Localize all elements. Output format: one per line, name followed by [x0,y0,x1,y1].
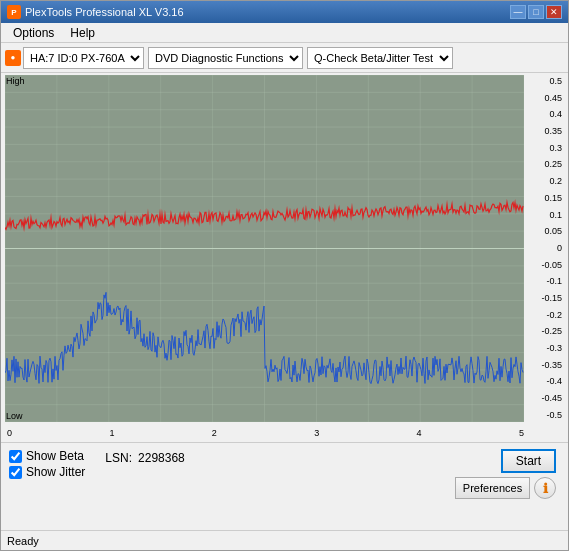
x-label: 4 [417,428,422,438]
main-chart [5,75,524,422]
right-buttons: Start Preferences ℹ [455,449,560,499]
y-label: -0.2 [528,311,562,320]
test-dropdown[interactable]: Q-Check Beta/Jitter Test [307,47,453,69]
status-text: Ready [7,535,39,547]
drive-icon: ● [5,50,21,66]
chart-low-label: Low [6,411,23,421]
toolbar: ● HA:7 ID:0 PX-760A DVD Diagnostic Funct… [1,43,568,73]
chart-high-label: High [6,76,25,86]
show-beta-checkbox[interactable] [9,450,22,463]
y-label: -0.4 [528,377,562,386]
close-button[interactable]: ✕ [546,5,562,19]
y-label: 0.2 [528,177,562,186]
show-jitter-row: Show Jitter [9,465,85,479]
lsn-section: LSN: 2298368 [105,451,184,465]
chart-container: High Low 0.50.450.40.350.30.250.20.150.1… [5,75,564,422]
preferences-button[interactable]: Preferences [455,477,530,499]
app-icon: P [7,5,21,19]
lsn-label: LSN: [105,451,132,465]
y-label: -0.25 [528,327,562,336]
y-label: 0.35 [528,127,562,136]
y-label: 0.4 [528,110,562,119]
status-bar: Ready [1,530,568,550]
main-window: P PlexTools Professional XL V3.16 — □ ✕ … [0,0,569,551]
info-button[interactable]: ℹ [534,477,556,499]
window-title: PlexTools Professional XL V3.16 [25,6,510,18]
x-axis: 012345 [7,428,524,438]
y-label: 0.05 [528,227,562,236]
drive-dropdown[interactable]: HA:7 ID:0 PX-760A [23,47,144,69]
y-label: -0.5 [528,411,562,420]
y-label: 0 [528,244,562,253]
y-label: -0.3 [528,344,562,353]
y-label: -0.15 [528,294,562,303]
x-label: 1 [109,428,114,438]
lsn-value: 2298368 [138,451,185,465]
y-axis: 0.50.450.40.350.30.250.20.150.10.050-0.0… [526,75,564,422]
y-label: -0.35 [528,361,562,370]
maximize-button[interactable]: □ [528,5,544,19]
y-label: 0.15 [528,194,562,203]
menu-bar: Options Help [1,23,568,43]
show-jitter-label: Show Jitter [26,465,85,479]
checkboxes: Show Beta Show Jitter [9,449,85,479]
bottom-panel: Show Beta Show Jitter LSN: 2298368 Start… [1,442,568,530]
y-label: -0.1 [528,277,562,286]
x-label: 5 [519,428,524,438]
show-beta-row: Show Beta [9,449,85,463]
y-label: 0.1 [528,211,562,220]
y-label: -0.45 [528,394,562,403]
title-bar: P PlexTools Professional XL V3.16 — □ ✕ [1,1,568,23]
x-label: 2 [212,428,217,438]
menu-options[interactable]: Options [5,24,62,42]
show-jitter-checkbox[interactable] [9,466,22,479]
drive-selector: ● HA:7 ID:0 PX-760A [5,47,144,69]
y-label: 0.5 [528,77,562,86]
y-label: 0.25 [528,160,562,169]
x-label: 3 [314,428,319,438]
x-label: 0 [7,428,12,438]
preferences-row: Preferences ℹ [455,477,556,499]
y-label: -0.05 [528,261,562,270]
controls-row: Show Beta Show Jitter LSN: 2298368 Start… [1,443,568,501]
start-button[interactable]: Start [501,449,556,473]
minimize-button[interactable]: — [510,5,526,19]
function-dropdown[interactable]: DVD Diagnostic Functions [148,47,303,69]
y-label: 0.3 [528,144,562,153]
show-beta-label: Show Beta [26,449,84,463]
window-controls: — □ ✕ [510,5,562,19]
menu-help[interactable]: Help [62,24,103,42]
y-label: 0.45 [528,94,562,103]
